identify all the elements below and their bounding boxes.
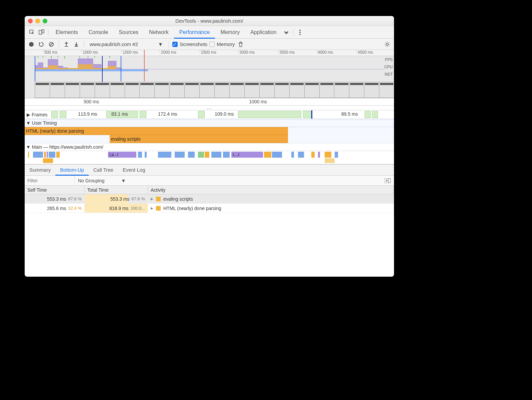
dtab-summary[interactable]: Summary (25, 164, 55, 176)
reload-button[interactable] (37, 40, 45, 48)
flame-slice[interactable] (272, 152, 282, 158)
inspect-icon[interactable] (27, 28, 37, 37)
screenshot-thumb[interactable] (110, 82, 125, 98)
main-track-header[interactable]: ▼ Main — https://www.paulirish.com/ (25, 143, 394, 151)
flame-slice[interactable] (325, 158, 335, 163)
flame-slice[interactable] (264, 152, 271, 158)
flame-slice[interactable] (188, 152, 195, 158)
frame-block[interactable] (140, 111, 146, 118)
tab-performance[interactable]: Performance (174, 26, 215, 39)
screenshot-thumb[interactable] (139, 82, 155, 98)
load-profile-button[interactable] (62, 40, 70, 48)
screenshots-checkbox[interactable]: ✓ (172, 42, 178, 47)
screenshot-thumb[interactable] (334, 82, 349, 98)
col-total-time[interactable]: Total Time (85, 186, 148, 194)
screenshot-thumb[interactable] (274, 82, 290, 98)
user-timing-row-2[interactable]: evaling scripts (25, 135, 394, 143)
flame-slice[interactable] (56, 152, 60, 158)
screenshot-thumb[interactable] (50, 82, 65, 98)
screenshot-strip[interactable] (35, 82, 394, 98)
flame-slice[interactable] (291, 152, 294, 158)
flame-slice[interactable] (175, 152, 185, 158)
flame-slice-layout[interactable]: La...t (108, 152, 136, 158)
settings-button[interactable] (383, 40, 391, 48)
screenshot-thumb[interactable] (65, 82, 80, 98)
flame-slice[interactable] (223, 152, 230, 158)
kebab-icon[interactable] (295, 28, 305, 37)
screenshot-thumb[interactable] (214, 82, 230, 98)
overview-selection[interactable] (35, 56, 121, 81)
col-activity[interactable]: Activity (148, 186, 394, 194)
save-profile-button[interactable] (72, 40, 80, 48)
table-row[interactable]: 265.6 ms 32.4 % 818.9 ms 100.0... ▶ HTML… (25, 204, 394, 213)
flame-slice[interactable] (205, 152, 209, 158)
tab-memory[interactable]: Memory (215, 26, 245, 39)
flame-slice[interactable] (138, 152, 142, 158)
heaviest-stack-toggle[interactable] (381, 178, 394, 183)
table-row[interactable]: 553.3 ms 67.6 % 553.3 ms 67.6 % ▶ evalin… (25, 194, 394, 204)
user-timing-header[interactable]: ▼ User Timing (25, 119, 394, 127)
flame-slice[interactable] (211, 152, 221, 158)
screenshot-thumb[interactable] (95, 82, 110, 98)
clear-button[interactable] (47, 40, 55, 48)
screenshot-thumb[interactable] (35, 82, 50, 98)
frame-block[interactable] (51, 111, 58, 118)
user-timing-row-1[interactable]: HTML (nearly) done parsing (25, 127, 394, 135)
profile-select[interactable]: www.paulirish.com #2 ▼ (87, 41, 165, 47)
grouping-select[interactable]: No Grouping ▼ (75, 178, 129, 183)
timing-bar-evaling-scripts[interactable]: evaling scripts (110, 135, 288, 143)
flame-slice[interactable] (335, 152, 338, 158)
flame-slice[interactable] (145, 152, 147, 158)
frame-block[interactable] (238, 111, 301, 118)
flame-slice[interactable] (311, 152, 315, 158)
tab-application[interactable]: Application (245, 26, 282, 39)
flame-slice[interactable] (47, 152, 48, 158)
flame-slice[interactable] (325, 152, 331, 158)
more-tabs-icon[interactable] (282, 28, 291, 37)
screenshot-thumb[interactable] (169, 82, 185, 98)
screenshot-thumb[interactable] (289, 82, 305, 98)
screenshot-thumb[interactable] (259, 82, 275, 98)
flame-slice[interactable] (33, 152, 43, 158)
screenshot-thumb[interactable] (244, 82, 260, 98)
flame-slice-layout[interactable]: L...t (231, 152, 263, 158)
screenshot-thumb[interactable] (80, 82, 95, 98)
screenshot-thumb[interactable] (184, 82, 200, 98)
flame-slice[interactable] (43, 158, 53, 163)
frame-block[interactable] (365, 111, 371, 118)
filter-input[interactable] (25, 176, 75, 185)
col-self-time[interactable]: Self Time (25, 186, 85, 194)
frames-label[interactable]: ▶ Frames (25, 112, 51, 117)
main-flame-chart[interactable]: La...t L...t (25, 151, 394, 164)
gc-button[interactable] (237, 40, 245, 48)
screenshot-thumb[interactable] (199, 82, 215, 98)
screenshot-thumb[interactable] (154, 82, 170, 98)
flame-slice[interactable] (198, 152, 204, 158)
frames-track[interactable]: ▶ Frames 113.9 ms 83.1 ms 172.4 ms 109.0… (25, 110, 394, 119)
screenshot-thumb[interactable] (349, 82, 364, 98)
bottom-up-table-body[interactable]: 553.3 ms 67.6 % 553.3 ms 67.6 % ▶ evalin… (25, 194, 394, 277)
memory-checkbox[interactable] (209, 42, 215, 47)
chevron-right-icon[interactable]: ▶ (151, 197, 153, 201)
frames-blocks[interactable]: 113.9 ms 83.1 ms 172.4 ms 109.0 ms 89.5 … (51, 110, 394, 119)
timing-bar-html-parsing[interactable]: HTML (nearly) done parsing (25, 127, 288, 135)
collapsed-tracks[interactable]: … (25, 106, 394, 110)
flame-slice[interactable] (44, 152, 46, 158)
flame-slice[interactable] (49, 152, 55, 158)
dtab-call-tree[interactable]: Call Tree (89, 164, 118, 176)
overview-panel[interactable]: 500 ms 1000 ms 1500 ms 2000 ms 2500 ms 3… (25, 50, 394, 98)
dtab-event-log[interactable]: Event Log (118, 164, 150, 176)
device-icon[interactable] (37, 28, 46, 37)
flame-slice[interactable] (28, 152, 29, 158)
record-button[interactable] (27, 40, 35, 48)
screenshot-thumb[interactable] (364, 82, 379, 98)
chevron-right-icon[interactable]: ▶ (151, 206, 153, 210)
frame-block[interactable] (60, 111, 66, 118)
screenshot-thumb[interactable] (379, 82, 394, 98)
frame-block[interactable] (372, 111, 378, 118)
flame-slice[interactable] (298, 152, 304, 158)
dtab-bottom-up[interactable]: Bottom-Up (55, 164, 89, 176)
screenshot-thumb[interactable] (125, 82, 140, 98)
screenshot-thumb[interactable] (319, 82, 335, 98)
flame-slice[interactable] (158, 152, 171, 158)
